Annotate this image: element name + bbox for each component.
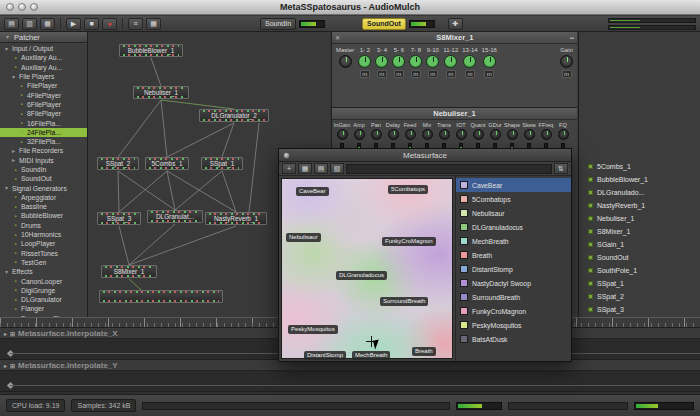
param-knob[interactable] [473,129,484,140]
add-contraption-icon[interactable]: ✚ [448,18,463,30]
tree-item[interactable]: Drums [0,221,87,230]
tree-item[interactable]: CanonLooper [0,276,87,285]
snapshot-list-item[interactable]: Breath [456,248,571,262]
snapshot-list-item[interactable]: FunkyCroMagnon [456,304,571,318]
metasurface-titlebar[interactable]: Metasurface [279,149,571,162]
open-document-icon[interactable]: ▥ [22,18,37,30]
tree-item[interactable]: LoopPlayer [0,239,87,248]
patcher-node[interactable]: NastyReverb_1 [205,212,267,225]
zoom-window-icon[interactable] [30,3,38,11]
param-knob[interactable] [337,129,348,140]
snapshot-list-item[interactable]: 5Combatops [456,192,571,206]
expand-lane-icon[interactable]: ▸ [4,362,7,369]
snapshot-marker[interactable]: SurroundBreath [380,297,428,306]
sound-out-selector[interactable]: SoundOut [362,18,406,30]
channel-mute-button[interactable]: m [465,70,475,78]
patcher-node[interactable]: DLGranulator_2 [199,109,269,122]
contraption-list-item[interactable]: SouthPole_1 [579,264,700,277]
snapshot-marker[interactable]: PeskyMosquitos [288,325,338,334]
grid-view-icon[interactable]: ▦ [298,163,312,174]
snapshot-marker[interactable]: DistantStomp [304,351,346,360]
patcher-node[interactable]: SSpat_2 [97,157,139,170]
master-knob[interactable] [339,55,352,68]
grid-icon[interactable]: ▦ [146,18,161,30]
tree-item[interactable]: 10Harmonics [0,230,87,239]
contraption-list-item[interactable]: SGain_1 [579,238,700,251]
param-knob[interactable] [439,129,450,140]
snapshot-marker[interactable]: 5Combatops [388,185,428,194]
tree-item[interactable]: DigiGrunge [0,286,87,295]
snapshot-marker[interactable]: CaveBear [296,187,329,196]
snapshot-marker[interactable]: FunkyCroMagnon [382,237,436,246]
new-document-icon[interactable]: ▤ [4,18,19,30]
chevron-down-icon[interactable]: ▾ [4,33,11,41]
master-slider[interactable] [608,18,696,23]
tree-item[interactable]: DLGranulator [0,295,87,304]
snapshot-list-item[interactable]: DLGranuladocus [456,220,571,234]
contraption-list-item[interactable]: SoundOut [579,251,700,264]
param-knob[interactable] [558,129,569,140]
list-view-icon[interactable]: ▤ [314,163,328,174]
tree-item[interactable]: Arpeggiator [0,193,87,202]
channel-mute-button[interactable]: m [377,70,387,78]
param-knob[interactable] [354,129,365,140]
add-snapshot-button[interactable]: + [282,163,296,174]
tree-item[interactable]: Input / Output [0,44,87,53]
contraption-list-item[interactable]: S8Mixer_1 [579,225,700,238]
interpolation-surface[interactable]: CaveBear 5Combatops Nebulisaur FunkyCroM… [281,178,453,359]
tree-item[interactable]: Bassline [0,202,87,211]
patcher-node[interactable] [99,290,223,303]
sound-in-selector[interactable]: SoundIn [260,18,296,30]
tree-item[interactable]: RissetTones [0,249,87,258]
tree-item[interactable]: Effects [0,267,87,276]
gain-knob[interactable] [560,55,573,68]
snapshot-name-field[interactable] [346,164,552,174]
tree-item[interactable]: SoundIn [0,165,87,174]
stop-button[interactable]: ■ [84,18,99,30]
contraption-list-item[interactable]: 5Combs_1 [579,160,700,173]
save-document-icon[interactable]: ▦ [40,18,55,30]
param-knob[interactable] [371,129,382,140]
tree-item[interactable]: File Players [0,72,87,81]
tree-item[interactable]: 8FilePlayer [0,109,87,118]
close-window-icon[interactable] [6,3,14,11]
tree-item[interactable]: MIDI Inputs [0,156,87,165]
tree-item[interactable]: FilePlayer [0,81,87,90]
patcher-node[interactable]: S8Mixer_1 [101,265,157,278]
contraption-list-item[interactable]: NastyReverb_1 [579,199,700,212]
nebuliser-titlebar[interactable]: Nebuliser_1 [332,108,577,120]
snapshot-list-item[interactable]: BatsAtDusk [456,332,571,346]
channel-gain-knob[interactable] [392,55,405,68]
param-knob[interactable] [541,129,552,140]
play-button[interactable]: ▶ [66,18,81,30]
tree-item[interactable]: File Recorders [0,146,87,155]
contraption-list-item[interactable]: Nebuliser_1 [579,212,700,225]
param-knob[interactable] [388,129,399,140]
snapshot-marker[interactable]: Breath [412,347,436,356]
tree-item[interactable]: SoundOut [0,174,87,183]
monitor-slider[interactable] [608,25,696,30]
tree-item[interactable]: TestGen [0,258,87,267]
patcher-node[interactable]: SSpat_3 [97,212,141,225]
tree-item[interactable]: Flanger [0,304,87,313]
window-options-icon[interactable]: ▪▪ [570,35,574,41]
close-window-icon[interactable] [283,152,290,159]
close-icon[interactable]: ✕ [335,34,340,41]
channel-mute-button[interactable]: m [360,70,370,78]
contraption-list-item[interactable]: DLGranulado... [579,186,700,199]
contraption-list-item[interactable]: BubbleBlower_1 [579,173,700,186]
tree-item[interactable]: 6FilePlayer [0,100,87,109]
patcher-node[interactable]: 5Combs_1 [145,157,189,170]
param-knob[interactable] [524,129,535,140]
snapshot-list-item[interactable]: MechBreath [456,234,571,248]
tree-item[interactable]: BubbleBlower [0,211,87,220]
sort-icon[interactable]: ⇅ [554,163,568,174]
tree-item[interactable]: Auxiliary Au... [0,53,87,62]
tree-item[interactable]: 24FilePla... [0,128,87,137]
minimize-window-icon[interactable] [18,3,26,11]
channel-mute-button[interactable]: m [484,70,494,78]
snapshot-list-item[interactable]: Nebulisaur [456,206,571,220]
snapshot-list-item[interactable]: NastyDactyl Swoop [456,276,571,290]
channel-mute-button[interactable]: m [428,70,438,78]
patcher-node[interactable]: DLGranulat... [147,210,203,223]
